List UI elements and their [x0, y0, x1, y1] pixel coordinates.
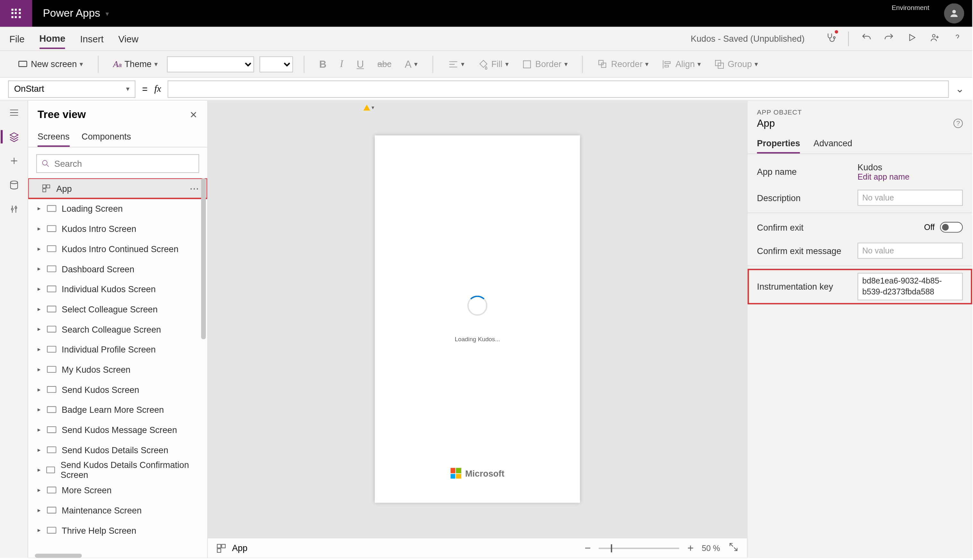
zoom-in-button[interactable]: +: [688, 542, 694, 554]
preview-button[interactable]: [906, 32, 917, 45]
share-button[interactable]: [930, 32, 940, 45]
tab-screens[interactable]: Screens: [38, 127, 70, 147]
tab-properties[interactable]: Properties: [757, 134, 800, 153]
more-options-button[interactable]: ⋯: [190, 183, 200, 194]
chevron-right-icon[interactable]: ▸: [38, 265, 44, 272]
font-color-button[interactable]: A▾: [401, 55, 422, 72]
chevron-right-icon[interactable]: ▸: [38, 386, 44, 393]
tree-item-screen[interactable]: ▸Badge Learn More Screen: [28, 400, 207, 420]
font-family-select[interactable]: [167, 56, 254, 72]
border-button[interactable]: Border▾: [518, 56, 571, 72]
chevron-right-icon[interactable]: ▸: [38, 447, 44, 453]
chevron-down-icon[interactable]: ▾: [105, 10, 109, 17]
chevron-right-icon[interactable]: ▸: [38, 225, 44, 232]
data-button[interactable]: [8, 180, 19, 190]
tree-item-screen[interactable]: ▸Maintenance Screen: [28, 500, 207, 520]
hamburger-button[interactable]: [8, 107, 19, 118]
zoom-out-button[interactable]: −: [585, 542, 591, 554]
chevron-right-icon[interactable]: ▸: [38, 245, 44, 252]
menu-insert[interactable]: Insert: [80, 29, 103, 48]
fit-screen-button[interactable]: [728, 542, 739, 555]
chevron-right-icon[interactable]: ▸: [38, 407, 44, 413]
description-input[interactable]: [858, 190, 963, 206]
chevron-right-icon[interactable]: ▸: [38, 426, 44, 433]
tree-item-screen[interactable]: ▸Send Kudos Screen: [28, 380, 207, 400]
expand-formula-button[interactable]: ⌄: [955, 82, 964, 95]
tree-item-screen[interactable]: ▸Individual Kudos Screen: [28, 279, 207, 299]
text-align-button[interactable]: ▾: [444, 56, 468, 72]
confirm-exit-msg-input[interactable]: [858, 243, 963, 259]
bold-button[interactable]: B: [315, 55, 330, 72]
chevron-right-icon[interactable]: ▸: [38, 467, 43, 473]
panel-help-button[interactable]: ?: [953, 118, 963, 128]
tree-search-box[interactable]: [36, 154, 199, 173]
font-size-select[interactable]: [260, 56, 293, 72]
tab-components[interactable]: Components: [82, 127, 131, 147]
redo-button[interactable]: [884, 32, 895, 45]
tree-search-input[interactable]: [54, 158, 194, 168]
new-screen-button[interactable]: New screen ▾: [13, 56, 87, 72]
screen-label: Send Kudos Message Screen: [62, 425, 177, 435]
user-avatar-button[interactable]: [944, 3, 964, 23]
tree-hscroll[interactable]: [35, 553, 200, 558]
menu-file[interactable]: File: [9, 29, 24, 48]
confirm-exit-toggle[interactable]: [940, 222, 963, 233]
app-launcher-button[interactable]: [0, 0, 32, 27]
chevron-right-icon[interactable]: ▸: [38, 527, 44, 534]
chevron-right-icon[interactable]: ▸: [38, 507, 44, 513]
chevron-right-icon[interactable]: ▸: [38, 346, 44, 352]
formula-input[interactable]: [168, 81, 948, 97]
group-button[interactable]: Group▾: [710, 56, 762, 72]
zoom-slider[interactable]: [599, 547, 680, 548]
edit-app-name-link[interactable]: Edit app name: [858, 172, 963, 182]
svg-point-9: [10, 181, 17, 183]
tree-item-screen[interactable]: ▸More Screen: [28, 480, 207, 500]
tab-advanced[interactable]: Advanced: [813, 134, 852, 153]
strikethrough-button[interactable]: abc: [373, 57, 396, 72]
tree-item-screen[interactable]: ▸Send Kudos Message Screen: [28, 420, 207, 440]
menu-view[interactable]: View: [118, 29, 138, 48]
app-preview-frame[interactable]: Loading Kudos... Microsoft: [375, 135, 580, 503]
help-button[interactable]: [952, 32, 963, 45]
tree-item-screen[interactable]: ▸Dashboard Screen: [28, 259, 207, 279]
underline-button[interactable]: U: [353, 55, 368, 72]
chevron-right-icon[interactable]: ▸: [38, 285, 44, 292]
tools-button[interactable]: [8, 204, 19, 214]
align-button[interactable]: Align▾: [658, 56, 705, 72]
screen-node-icon: [47, 265, 56, 272]
tree-item-screen[interactable]: ▸Kudos Intro Continued Screen: [28, 238, 207, 259]
menu-home[interactable]: Home: [39, 28, 65, 49]
undo-button[interactable]: [861, 32, 871, 45]
fill-button[interactable]: Fill▾: [474, 56, 512, 72]
tree-item-screen[interactable]: ▸Individual Profile Screen: [28, 339, 207, 360]
insert-button[interactable]: [8, 155, 19, 166]
chevron-right-icon[interactable]: ▸: [38, 205, 44, 212]
tree-scrollbar[interactable]: [201, 178, 206, 339]
reorder-button[interactable]: Reorder▾: [593, 56, 653, 72]
breadcrumb-label[interactable]: App: [232, 543, 247, 553]
chevron-right-icon[interactable]: ▸: [38, 326, 44, 333]
tree-item-screen[interactable]: ▸Loading Screen: [28, 198, 207, 219]
instrumentation-key-value[interactable]: bd8e1ea6-9032-4b85-b539-d2373fbda588: [858, 273, 963, 300]
tree-item-screen[interactable]: ▸Search Colleague Screen: [28, 319, 207, 339]
tree-item-screen[interactable]: ▸My Kudos Screen: [28, 359, 207, 380]
chevron-right-icon[interactable]: ▸: [38, 306, 44, 312]
theme-button[interactable]: Aa Theme ▾: [109, 56, 162, 72]
chevron-right-icon[interactable]: ▸: [38, 487, 44, 493]
warning-badge[interactable]: ▾: [363, 105, 374, 111]
tree-item-app[interactable]: App ⋯: [28, 178, 207, 198]
tree-item-screen[interactable]: ▸Thrive Help Screen: [28, 520, 207, 540]
tree-item-screen[interactable]: ▸Select Colleague Screen: [28, 299, 207, 319]
tree-item-screen[interactable]: ▸Send Kudos Details Screen: [28, 440, 207, 460]
chevron-right-icon[interactable]: ▸: [38, 366, 44, 373]
close-tree-button[interactable]: ✕: [190, 109, 198, 120]
tree-item-screen[interactable]: ▸Kudos Intro Screen: [28, 218, 207, 238]
fx-icon: fx: [154, 83, 161, 94]
app-checker-button[interactable]: [825, 32, 836, 45]
breadcrumb-icon: [216, 543, 227, 553]
italic-button[interactable]: I: [336, 55, 347, 72]
tree-item-screen[interactable]: ▸Send Kudos Details Confirmation Screen: [28, 460, 207, 480]
environment-label[interactable]: Environment: [891, 4, 929, 12]
tree-view-button[interactable]: [8, 132, 19, 142]
property-selector[interactable]: OnStart ▾: [8, 80, 135, 98]
